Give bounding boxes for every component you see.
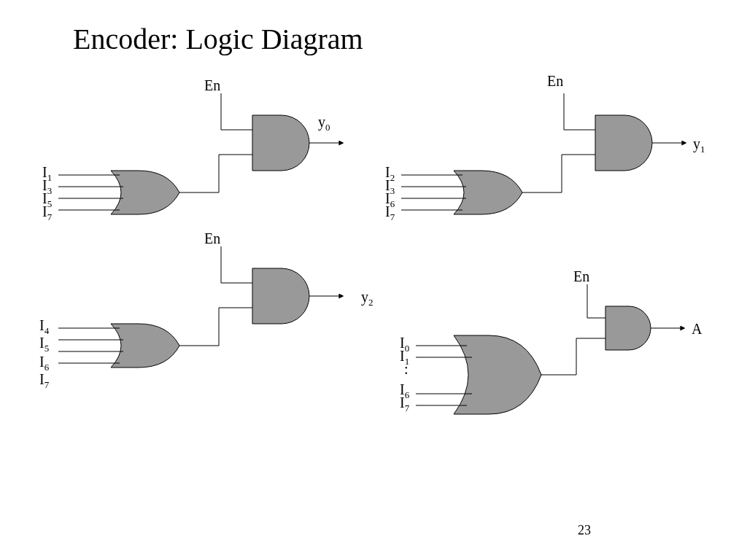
output-label: y0 xyxy=(318,114,330,133)
or-gate-icon xyxy=(111,324,179,368)
input-label: I7 xyxy=(400,394,409,414)
enable-label: En xyxy=(547,73,563,90)
or-gate-icon xyxy=(111,171,179,214)
and-gate-icon xyxy=(605,306,651,350)
input-label: I6 xyxy=(39,354,49,373)
output-label: y2 xyxy=(361,289,374,308)
input-label: I7 xyxy=(39,371,49,391)
output-label: y1 xyxy=(693,136,705,155)
and-gate-icon xyxy=(252,268,309,324)
input-label: I7 xyxy=(42,203,52,223)
page-number: 23 xyxy=(578,523,591,538)
and-gate-icon xyxy=(252,115,309,171)
input-label: I7 xyxy=(385,203,395,223)
logic-diagram-svg xyxy=(0,0,747,560)
or-gate-icon xyxy=(454,171,522,214)
output-label: A xyxy=(692,321,702,338)
and-gate-icon xyxy=(595,115,652,171)
enable-label: En xyxy=(204,77,220,94)
enable-label: En xyxy=(573,268,589,285)
input-label: I4 xyxy=(39,317,49,337)
input-label: I5 xyxy=(39,335,49,354)
or-gate-icon xyxy=(454,335,541,414)
enable-label: En xyxy=(204,230,220,247)
input-ellipsis: : xyxy=(404,361,409,378)
